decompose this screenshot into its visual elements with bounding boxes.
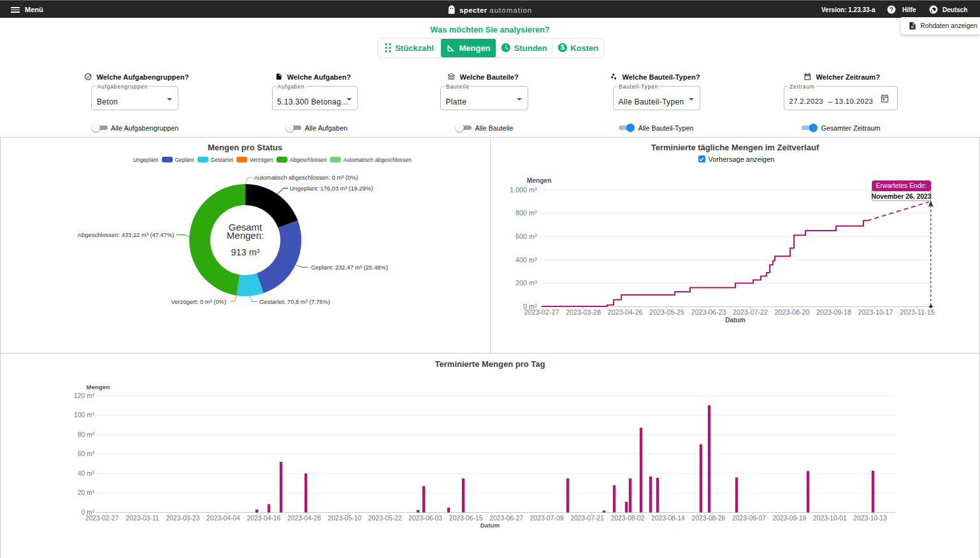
svg-text:800 m³: 800 m³ (515, 209, 537, 217)
svg-text:$: $ (560, 44, 564, 52)
svg-text:Mengen: Mengen (527, 177, 552, 184)
svg-text:2023-07-21: 2023-07-21 (570, 515, 604, 522)
svg-text:Mengen:: Mengen: (227, 230, 264, 241)
svg-text:200 m³: 200 m³ (515, 279, 537, 287)
svg-text:2023-04-04: 2023-04-04 (206, 515, 240, 522)
svg-text:2023-06-03: 2023-06-03 (408, 515, 442, 522)
svg-text:Datum: Datum (480, 522, 500, 529)
svg-text:2023-07-22: 2023-07-22 (733, 308, 768, 316)
svg-text:2023-02-27: 2023-02-27 (85, 515, 119, 522)
svg-text:2023-08-20: 2023-08-20 (774, 308, 809, 316)
svg-text:120 m³: 120 m³ (74, 392, 95, 399)
svg-text:2023-08-02: 2023-08-02 (611, 515, 645, 522)
svg-text:Erwartetes Ende:: Erwartetes Ende: (876, 182, 927, 189)
svg-text:400 m³: 400 m³ (515, 256, 537, 264)
svg-text:600 m³: 600 m³ (515, 232, 537, 240)
svg-text:40 m³: 40 m³ (78, 470, 95, 477)
svg-text:2023-03-11: 2023-03-11 (126, 515, 159, 522)
svg-text:Gestartet: 70,8 m³ (7.76%): Gestartet: 70,8 m³ (7.76%) (259, 298, 330, 305)
svg-text:Verzögert: 0 m³ (0%): Verzögert: 0 m³ (0%) (171, 298, 227, 305)
svg-text:2023-07-09: 2023-07-09 (530, 515, 564, 522)
svg-text:2023-04-26: 2023-04-26 (607, 308, 642, 316)
svg-text:1.000 m³: 1.000 m³ (510, 186, 537, 194)
svg-text:2023-02-27: 2023-02-27 (524, 308, 559, 316)
svg-text:2023-09-19: 2023-09-19 (772, 515, 806, 522)
svg-text:2023-05-25: 2023-05-25 (649, 308, 684, 316)
svg-text:2023-03-23: 2023-03-23 (166, 515, 200, 522)
svg-text:2023-09-18: 2023-09-18 (816, 308, 851, 316)
svg-text:2023-10-01: 2023-10-01 (813, 515, 847, 522)
svg-text:Geplant: 232,47 m³ (25.48%): Geplant: 232,47 m³ (25.48%) (311, 264, 388, 271)
svg-text:2023-05-10: 2023-05-10 (328, 515, 361, 522)
svg-text:60 m³: 60 m³ (78, 450, 95, 457)
svg-text:2023-06-27: 2023-06-27 (489, 515, 523, 522)
svg-text:80 m³: 80 m³ (78, 431, 95, 438)
svg-text:2023-04-28: 2023-04-28 (287, 515, 321, 522)
svg-text:November 26, 2023: November 26, 2023 (871, 193, 931, 200)
svg-text:20 m³: 20 m³ (78, 489, 95, 496)
svg-text:100 m³: 100 m³ (74, 411, 95, 418)
svg-text:2023-09-07: 2023-09-07 (732, 515, 766, 522)
svg-text:2023-05-22: 2023-05-22 (368, 515, 402, 522)
svg-text:2023-11-15: 2023-11-15 (900, 308, 934, 316)
svg-text:2023-04-16: 2023-04-16 (247, 515, 280, 522)
svg-text:2023-06-23: 2023-06-23 (691, 308, 726, 316)
svg-text:Ungeplant: 176,03 m³ (19.29%): Ungeplant: 176,03 m³ (19.29%) (290, 185, 373, 192)
svg-text:Mengen: Mengen (86, 383, 110, 390)
svg-text:913 m³: 913 m³ (231, 247, 259, 257)
svg-text:2023-08-26: 2023-08-26 (692, 515, 726, 522)
svg-text:2023-08-14: 2023-08-14 (651, 515, 685, 522)
svg-text:2023-06-15: 2023-06-15 (449, 515, 483, 522)
svg-text:2023-03-28: 2023-03-28 (566, 308, 601, 316)
svg-text:Automatisch abgeschlossen: 0 m: Automatisch abgeschlossen: 0 m³ (0%) (254, 174, 358, 181)
svg-text:Abgeschlossen: 433,22 m³ (47.4: Abgeschlossen: 433,22 m³ (47.47%) (78, 231, 175, 238)
svg-text:Datum: Datum (725, 317, 746, 324)
svg-text:2023-10-13: 2023-10-13 (853, 515, 887, 522)
svg-text:2023-10-17: 2023-10-17 (858, 308, 893, 316)
